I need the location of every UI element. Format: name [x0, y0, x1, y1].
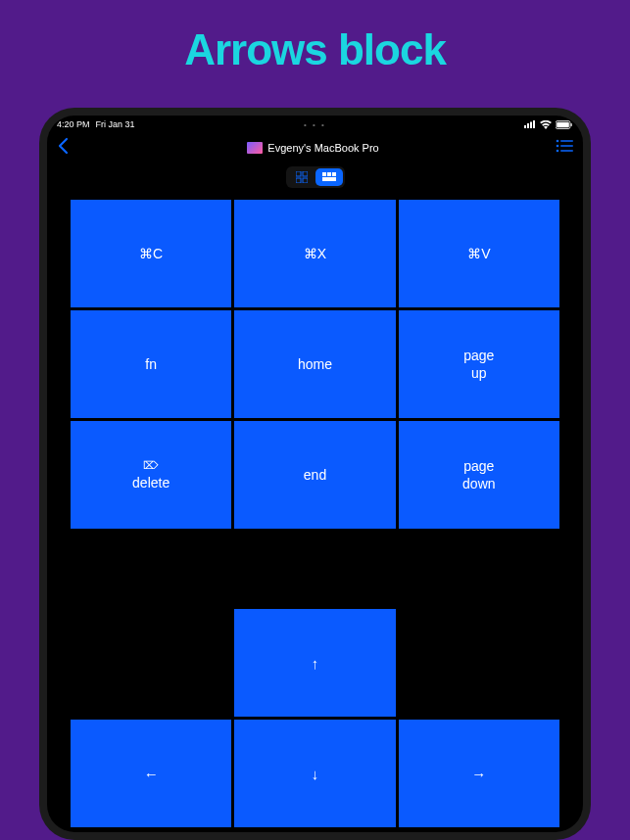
- delete-icon: ⌦: [143, 458, 159, 472]
- nav-title: Evgeny's MacBook Pro: [247, 142, 378, 154]
- key-label: ⌘X: [304, 245, 326, 262]
- key-paste[interactable]: ⌘V: [399, 200, 559, 307]
- svg-rect-14: [303, 171, 308, 176]
- svg-point-9: [557, 145, 559, 148]
- nav-bar: Evgeny's MacBook Pro: [47, 135, 583, 161]
- svg-rect-13: [296, 171, 301, 176]
- svg-rect-10: [560, 145, 573, 147]
- key-label: home: [298, 355, 332, 373]
- multitask-dots: • • •: [304, 120, 326, 129]
- segmented-control: [47, 166, 583, 188]
- layout-keys-button[interactable]: [315, 168, 343, 186]
- key-page-down[interactable]: page down: [399, 421, 559, 529]
- macbook-icon: [247, 142, 263, 154]
- arrow-up-icon: ↑: [312, 655, 319, 672]
- key-label: fn: [145, 355, 157, 373]
- svg-rect-19: [332, 172, 336, 176]
- device-name: Evgeny's MacBook Pro: [267, 142, 378, 154]
- key-label: page up: [463, 347, 494, 382]
- key-end[interactable]: end: [234, 421, 395, 529]
- page-title: Arrows block: [0, 0, 630, 74]
- svg-rect-5: [557, 121, 569, 127]
- svg-rect-3: [533, 120, 535, 128]
- content-area: ⌘C ⌘X ⌘V fn home page up ⌦ delete end pa…: [47, 188, 583, 827]
- status-date: Fri Jan 31: [96, 119, 135, 129]
- svg-rect-8: [560, 140, 573, 142]
- svg-rect-2: [530, 122, 532, 129]
- svg-rect-16: [303, 178, 308, 183]
- svg-rect-20: [322, 177, 336, 181]
- key-arrow-up[interactable]: ↑: [234, 609, 395, 717]
- status-bar: 4:20 PM Fri Jan 31 • • •: [47, 116, 583, 133]
- arrows-block: ↑ ← ↓ →: [71, 609, 559, 827]
- svg-rect-12: [560, 150, 573, 152]
- battery-icon: [556, 120, 573, 129]
- svg-point-11: [557, 150, 559, 153]
- status-right: [524, 120, 573, 129]
- shortcut-grid: ⌘C ⌘X ⌘V fn home page up ⌦ delete end pa…: [71, 200, 559, 529]
- ipad-screen: 4:20 PM Fri Jan 31 • • •: [47, 116, 583, 832]
- list-button[interactable]: [556, 139, 573, 157]
- svg-rect-6: [571, 123, 572, 126]
- svg-rect-0: [524, 125, 526, 128]
- back-button[interactable]: [57, 137, 71, 159]
- wifi-icon: [540, 120, 552, 129]
- key-label: ⌘V: [467, 245, 490, 262]
- key-page-up[interactable]: page up: [399, 310, 559, 418]
- svg-point-7: [557, 140, 559, 143]
- status-time: 4:20 PM: [57, 119, 90, 129]
- svg-rect-17: [322, 172, 326, 176]
- layout-grid-button[interactable]: [288, 168, 315, 186]
- key-home[interactable]: home: [234, 310, 395, 418]
- key-label: ⌘C: [139, 245, 163, 262]
- svg-rect-18: [327, 172, 331, 176]
- key-fn[interactable]: fn: [71, 310, 231, 418]
- status-left: 4:20 PM Fri Jan 31: [57, 119, 135, 129]
- signal-icon: [524, 120, 536, 128]
- key-arrow-down[interactable]: ↓: [234, 720, 395, 827]
- key-cut[interactable]: ⌘X: [234, 200, 395, 307]
- key-arrow-right[interactable]: →: [399, 720, 559, 827]
- key-label: delete: [132, 474, 170, 491]
- svg-rect-1: [527, 123, 529, 128]
- arrow-down-icon: ↓: [312, 766, 319, 782]
- key-arrow-left[interactable]: ←: [71, 720, 231, 827]
- svg-rect-15: [296, 178, 301, 183]
- arrow-right-icon: →: [471, 766, 486, 782]
- key-delete[interactable]: ⌦ delete: [71, 421, 231, 529]
- key-copy[interactable]: ⌘C: [71, 200, 231, 307]
- key-label: end: [304, 466, 326, 484]
- arrow-left-icon: ←: [144, 766, 159, 782]
- ipad-frame: 4:20 PM Fri Jan 31 • • •: [39, 108, 591, 840]
- key-label: page down: [462, 457, 495, 492]
